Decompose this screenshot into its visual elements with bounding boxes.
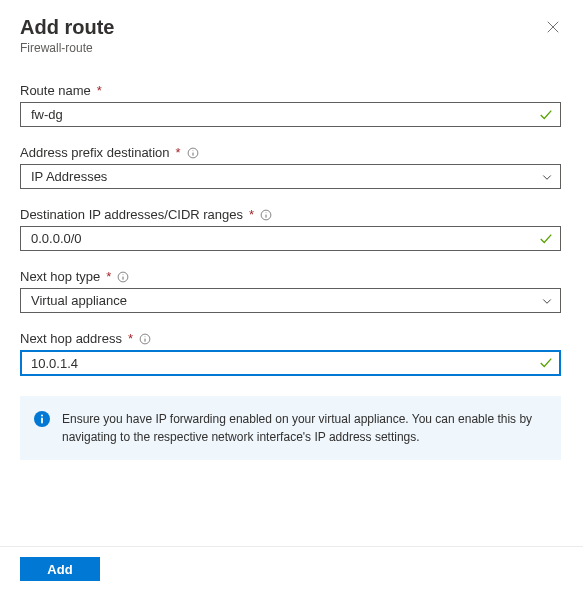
label-text: Address prefix destination xyxy=(20,145,170,160)
svg-point-1 xyxy=(192,150,193,151)
svg-point-5 xyxy=(123,274,124,275)
input-wrap: IP Addresses xyxy=(20,164,561,189)
route-name-input[interactable] xyxy=(20,102,561,127)
panel-footer: Add xyxy=(0,546,583,597)
info-message-text: Ensure you have IP forwarding enabled on… xyxy=(62,410,545,446)
info-filled-icon xyxy=(34,411,50,427)
field-dest-ip: Destination IP addresses/CIDR ranges * xyxy=(20,207,561,251)
select-value: IP Addresses xyxy=(31,169,107,184)
select-value: Virtual appliance xyxy=(31,293,127,308)
field-next-hop-address: Next hop address * xyxy=(20,331,561,376)
input-wrap xyxy=(20,226,561,251)
required-asterisk: * xyxy=(128,331,133,346)
svg-point-3 xyxy=(266,212,267,213)
dest-ip-input[interactable] xyxy=(20,226,561,251)
field-next-hop-type: Next hop type * Virtual appliance xyxy=(20,269,561,313)
page-subtitle: Firewall-route xyxy=(20,41,561,55)
svg-point-9 xyxy=(41,415,43,417)
page-title: Add route xyxy=(20,14,561,40)
info-message-box: Ensure you have IP forwarding enabled on… xyxy=(20,396,561,460)
info-icon[interactable] xyxy=(117,271,129,283)
required-asterisk: * xyxy=(249,207,254,222)
label-text: Route name xyxy=(20,83,91,98)
info-icon[interactable] xyxy=(260,209,272,221)
input-wrap xyxy=(20,350,561,376)
field-route-name: Route name * xyxy=(20,83,561,127)
panel-header: Add route Firewall-route xyxy=(20,14,561,55)
next-hop-type-select[interactable]: Virtual appliance xyxy=(20,288,561,313)
next-hop-type-label: Next hop type * xyxy=(20,269,561,284)
label-text: Next hop address xyxy=(20,331,122,346)
address-prefix-select[interactable]: IP Addresses xyxy=(20,164,561,189)
next-hop-address-label: Next hop address * xyxy=(20,331,561,346)
dest-ip-label: Destination IP addresses/CIDR ranges * xyxy=(20,207,561,222)
required-asterisk: * xyxy=(97,83,102,98)
add-button[interactable]: Add xyxy=(20,557,100,581)
svg-rect-10 xyxy=(41,418,43,424)
input-wrap: Virtual appliance xyxy=(20,288,561,313)
next-hop-address-input[interactable] xyxy=(20,350,561,376)
info-icon[interactable] xyxy=(139,333,151,345)
field-address-prefix: Address prefix destination * IP Addresse… xyxy=(20,145,561,189)
route-name-label: Route name * xyxy=(20,83,561,98)
close-icon xyxy=(546,20,560,37)
close-button[interactable] xyxy=(541,16,565,40)
label-text: Next hop type xyxy=(20,269,100,284)
address-prefix-label: Address prefix destination * xyxy=(20,145,561,160)
required-asterisk: * xyxy=(176,145,181,160)
label-text: Destination IP addresses/CIDR ranges xyxy=(20,207,243,222)
svg-point-7 xyxy=(145,336,146,337)
required-asterisk: * xyxy=(106,269,111,284)
input-wrap xyxy=(20,102,561,127)
info-icon[interactable] xyxy=(187,147,199,159)
